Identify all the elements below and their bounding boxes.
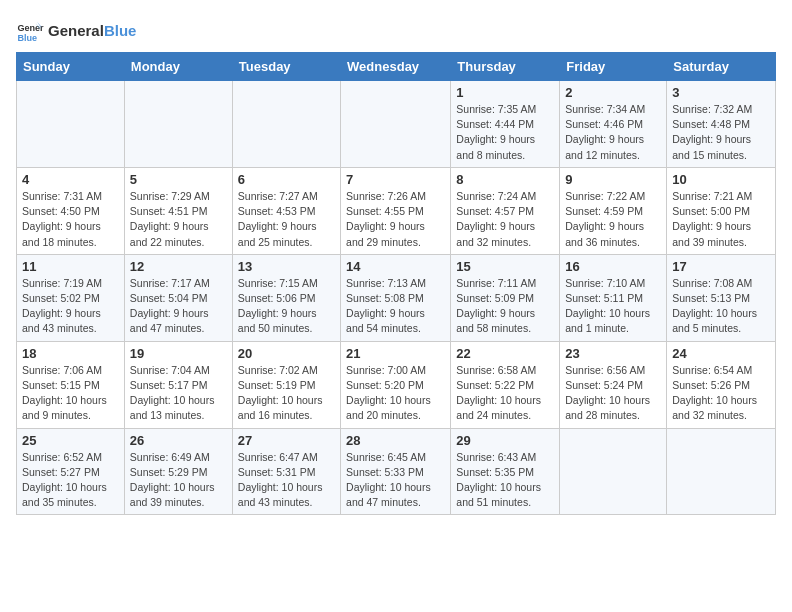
day-number: 18 xyxy=(22,346,119,361)
day-info: Sunrise: 6:49 AM Sunset: 5:29 PM Dayligh… xyxy=(130,450,227,511)
day-info: Sunrise: 7:13 AM Sunset: 5:08 PM Dayligh… xyxy=(346,276,445,337)
day-info: Sunrise: 7:11 AM Sunset: 5:09 PM Dayligh… xyxy=(456,276,554,337)
day-number: 12 xyxy=(130,259,227,274)
weekday-header-wednesday: Wednesday xyxy=(341,53,451,81)
day-info: Sunrise: 7:04 AM Sunset: 5:17 PM Dayligh… xyxy=(130,363,227,424)
day-cell-16: 16Sunrise: 7:10 AM Sunset: 5:11 PM Dayli… xyxy=(560,254,667,341)
day-number: 29 xyxy=(456,433,554,448)
empty-cell xyxy=(232,81,340,168)
day-number: 14 xyxy=(346,259,445,274)
empty-cell xyxy=(17,81,125,168)
day-cell-24: 24Sunrise: 6:54 AM Sunset: 5:26 PM Dayli… xyxy=(667,341,776,428)
calendar-week-2: 4Sunrise: 7:31 AM Sunset: 4:50 PM Daylig… xyxy=(17,167,776,254)
weekday-header-sunday: Sunday xyxy=(17,53,125,81)
empty-cell xyxy=(560,428,667,515)
calendar-week-1: 1Sunrise: 7:35 AM Sunset: 4:44 PM Daylig… xyxy=(17,81,776,168)
day-cell-12: 12Sunrise: 7:17 AM Sunset: 5:04 PM Dayli… xyxy=(124,254,232,341)
day-info: Sunrise: 7:17 AM Sunset: 5:04 PM Dayligh… xyxy=(130,276,227,337)
day-info: Sunrise: 7:21 AM Sunset: 5:00 PM Dayligh… xyxy=(672,189,770,250)
day-cell-5: 5Sunrise: 7:29 AM Sunset: 4:51 PM Daylig… xyxy=(124,167,232,254)
empty-cell xyxy=(341,81,451,168)
svg-text:Blue: Blue xyxy=(17,33,37,43)
day-number: 21 xyxy=(346,346,445,361)
day-info: Sunrise: 6:56 AM Sunset: 5:24 PM Dayligh… xyxy=(565,363,661,424)
day-info: Sunrise: 7:19 AM Sunset: 5:02 PM Dayligh… xyxy=(22,276,119,337)
day-number: 9 xyxy=(565,172,661,187)
day-cell-4: 4Sunrise: 7:31 AM Sunset: 4:50 PM Daylig… xyxy=(17,167,125,254)
day-info: Sunrise: 7:27 AM Sunset: 4:53 PM Dayligh… xyxy=(238,189,335,250)
day-info: Sunrise: 6:47 AM Sunset: 5:31 PM Dayligh… xyxy=(238,450,335,511)
day-cell-15: 15Sunrise: 7:11 AM Sunset: 5:09 PM Dayli… xyxy=(451,254,560,341)
day-cell-26: 26Sunrise: 6:49 AM Sunset: 5:29 PM Dayli… xyxy=(124,428,232,515)
calendar-week-4: 18Sunrise: 7:06 AM Sunset: 5:15 PM Dayli… xyxy=(17,341,776,428)
day-number: 22 xyxy=(456,346,554,361)
day-cell-22: 22Sunrise: 6:58 AM Sunset: 5:22 PM Dayli… xyxy=(451,341,560,428)
weekday-header-monday: Monday xyxy=(124,53,232,81)
day-number: 24 xyxy=(672,346,770,361)
day-number: 17 xyxy=(672,259,770,274)
day-number: 6 xyxy=(238,172,335,187)
day-info: Sunrise: 7:24 AM Sunset: 4:57 PM Dayligh… xyxy=(456,189,554,250)
day-info: Sunrise: 6:43 AM Sunset: 5:35 PM Dayligh… xyxy=(456,450,554,511)
day-cell-3: 3Sunrise: 7:32 AM Sunset: 4:48 PM Daylig… xyxy=(667,81,776,168)
day-number: 16 xyxy=(565,259,661,274)
calendar-week-3: 11Sunrise: 7:19 AM Sunset: 5:02 PM Dayli… xyxy=(17,254,776,341)
day-number: 10 xyxy=(672,172,770,187)
day-info: Sunrise: 6:52 AM Sunset: 5:27 PM Dayligh… xyxy=(22,450,119,511)
day-info: Sunrise: 7:02 AM Sunset: 5:19 PM Dayligh… xyxy=(238,363,335,424)
weekday-header-friday: Friday xyxy=(560,53,667,81)
day-info: Sunrise: 7:26 AM Sunset: 4:55 PM Dayligh… xyxy=(346,189,445,250)
empty-cell xyxy=(124,81,232,168)
day-number: 20 xyxy=(238,346,335,361)
day-number: 3 xyxy=(672,85,770,100)
day-info: Sunrise: 6:45 AM Sunset: 5:33 PM Dayligh… xyxy=(346,450,445,511)
day-number: 7 xyxy=(346,172,445,187)
day-info: Sunrise: 7:15 AM Sunset: 5:06 PM Dayligh… xyxy=(238,276,335,337)
day-number: 27 xyxy=(238,433,335,448)
day-cell-11: 11Sunrise: 7:19 AM Sunset: 5:02 PM Dayli… xyxy=(17,254,125,341)
day-cell-20: 20Sunrise: 7:02 AM Sunset: 5:19 PM Dayli… xyxy=(232,341,340,428)
day-cell-13: 13Sunrise: 7:15 AM Sunset: 5:06 PM Dayli… xyxy=(232,254,340,341)
day-number: 2 xyxy=(565,85,661,100)
day-number: 5 xyxy=(130,172,227,187)
day-info: Sunrise: 7:34 AM Sunset: 4:46 PM Dayligh… xyxy=(565,102,661,163)
day-cell-6: 6Sunrise: 7:27 AM Sunset: 4:53 PM Daylig… xyxy=(232,167,340,254)
day-info: Sunrise: 7:29 AM Sunset: 4:51 PM Dayligh… xyxy=(130,189,227,250)
day-cell-1: 1Sunrise: 7:35 AM Sunset: 4:44 PM Daylig… xyxy=(451,81,560,168)
day-info: Sunrise: 7:35 AM Sunset: 4:44 PM Dayligh… xyxy=(456,102,554,163)
day-cell-25: 25Sunrise: 6:52 AM Sunset: 5:27 PM Dayli… xyxy=(17,428,125,515)
logo: General Blue GeneralBlue xyxy=(16,16,136,44)
day-number: 15 xyxy=(456,259,554,274)
empty-cell xyxy=(667,428,776,515)
day-cell-7: 7Sunrise: 7:26 AM Sunset: 4:55 PM Daylig… xyxy=(341,167,451,254)
day-cell-2: 2Sunrise: 7:34 AM Sunset: 4:46 PM Daylig… xyxy=(560,81,667,168)
day-cell-14: 14Sunrise: 7:13 AM Sunset: 5:08 PM Dayli… xyxy=(341,254,451,341)
day-cell-29: 29Sunrise: 6:43 AM Sunset: 5:35 PM Dayli… xyxy=(451,428,560,515)
day-cell-21: 21Sunrise: 7:00 AM Sunset: 5:20 PM Dayli… xyxy=(341,341,451,428)
day-number: 4 xyxy=(22,172,119,187)
day-info: Sunrise: 6:54 AM Sunset: 5:26 PM Dayligh… xyxy=(672,363,770,424)
day-cell-18: 18Sunrise: 7:06 AM Sunset: 5:15 PM Dayli… xyxy=(17,341,125,428)
day-cell-17: 17Sunrise: 7:08 AM Sunset: 5:13 PM Dayli… xyxy=(667,254,776,341)
day-info: Sunrise: 7:06 AM Sunset: 5:15 PM Dayligh… xyxy=(22,363,119,424)
day-number: 13 xyxy=(238,259,335,274)
day-number: 25 xyxy=(22,433,119,448)
day-number: 23 xyxy=(565,346,661,361)
day-cell-8: 8Sunrise: 7:24 AM Sunset: 4:57 PM Daylig… xyxy=(451,167,560,254)
day-number: 19 xyxy=(130,346,227,361)
weekday-header-tuesday: Tuesday xyxy=(232,53,340,81)
day-cell-19: 19Sunrise: 7:04 AM Sunset: 5:17 PM Dayli… xyxy=(124,341,232,428)
day-info: Sunrise: 7:08 AM Sunset: 5:13 PM Dayligh… xyxy=(672,276,770,337)
day-info: Sunrise: 7:31 AM Sunset: 4:50 PM Dayligh… xyxy=(22,189,119,250)
day-info: Sunrise: 7:00 AM Sunset: 5:20 PM Dayligh… xyxy=(346,363,445,424)
weekday-header-thursday: Thursday xyxy=(451,53,560,81)
weekday-header-row: SundayMondayTuesdayWednesdayThursdayFrid… xyxy=(17,53,776,81)
logo-icon: General Blue xyxy=(16,16,44,44)
day-cell-23: 23Sunrise: 6:56 AM Sunset: 5:24 PM Dayli… xyxy=(560,341,667,428)
day-number: 26 xyxy=(130,433,227,448)
logo-text: GeneralBlue xyxy=(48,22,136,39)
day-info: Sunrise: 7:32 AM Sunset: 4:48 PM Dayligh… xyxy=(672,102,770,163)
calendar-table: SundayMondayTuesdayWednesdayThursdayFrid… xyxy=(16,52,776,515)
day-cell-27: 27Sunrise: 6:47 AM Sunset: 5:31 PM Dayli… xyxy=(232,428,340,515)
day-number: 11 xyxy=(22,259,119,274)
